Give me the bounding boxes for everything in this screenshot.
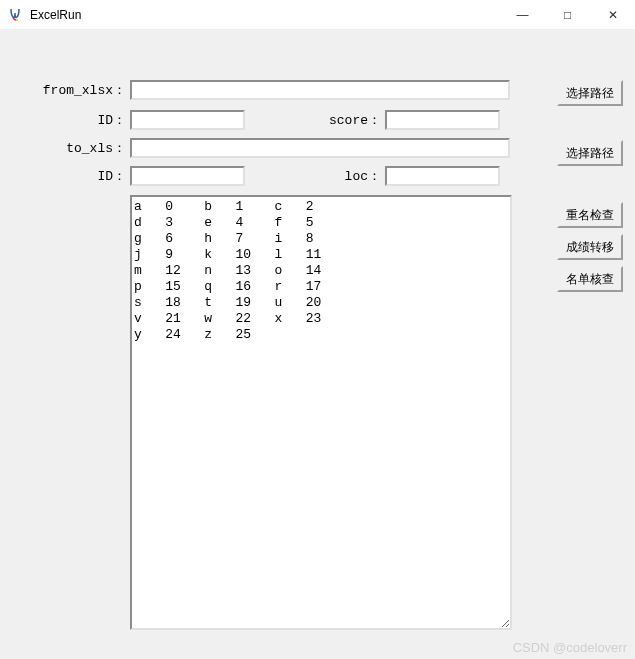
from-xlsx-row: from_xlsx： — [0, 80, 625, 100]
from-id-row: ID： score： — [0, 110, 625, 130]
choose-path-button-1[interactable]: 选择路径 — [557, 80, 623, 106]
list-verify-button[interactable]: 名单核查 — [557, 266, 623, 292]
output-textarea[interactable] — [130, 195, 512, 630]
duplicate-check-button[interactable]: 重名检查 — [557, 202, 623, 228]
window-title: ExcelRun — [30, 8, 500, 22]
svg-point-0 — [16, 19, 18, 21]
to-id-input[interactable] — [130, 166, 245, 186]
score-input[interactable] — [385, 110, 500, 130]
loc-label: loc： — [245, 167, 385, 185]
to-xls-label: to_xls： — [0, 139, 130, 157]
loc-input[interactable] — [385, 166, 500, 186]
to-id-label: ID： — [0, 167, 130, 185]
to-xls-row: to_xls： — [0, 138, 625, 158]
score-label: score： — [245, 111, 385, 129]
watermark: CSDN @codeloverr — [513, 640, 627, 655]
maximize-button[interactable]: □ — [545, 0, 590, 30]
window-controls: — □ ✕ — [500, 0, 635, 30]
client-area: from_xlsx： 选择路径 ID： score： to_xls： 选择路径 … — [0, 30, 635, 659]
app-icon — [8, 7, 24, 23]
from-id-label: ID： — [0, 111, 130, 129]
to-id-row: ID： loc： — [0, 166, 625, 186]
close-button[interactable]: ✕ — [590, 0, 635, 30]
titlebar: ExcelRun — □ ✕ — [0, 0, 635, 30]
choose-path-button-2[interactable]: 选择路径 — [557, 140, 623, 166]
minimize-button[interactable]: — — [500, 0, 545, 30]
from-xlsx-input[interactable] — [130, 80, 510, 100]
to-xls-input[interactable] — [130, 138, 510, 158]
from-id-input[interactable] — [130, 110, 245, 130]
from-xlsx-label: from_xlsx： — [0, 81, 130, 99]
score-transfer-button[interactable]: 成绩转移 — [557, 234, 623, 260]
